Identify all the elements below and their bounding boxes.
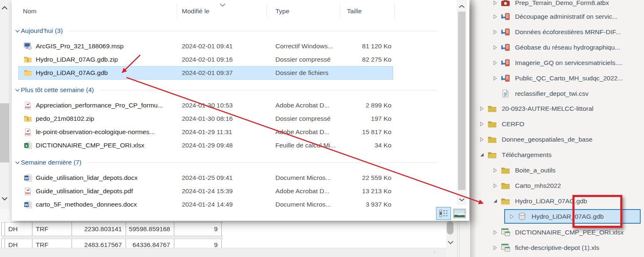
- scroll-down-icon[interactable]: [458, 196, 465, 203]
- expander-icon[interactable]: [492, 14, 498, 20]
- tree-item[interactable]: Hydro_LiDAR_07AG.gdb: [504, 209, 641, 224]
- folder-open-icon: [488, 151, 497, 159]
- expander-icon[interactable]: [492, 230, 498, 235]
- toolbox-icon: [501, 0, 510, 6]
- file-row[interactable]: Wcarto_5F_methodes_donnees.docx2024-01-2…: [18, 198, 393, 209]
- table-row[interactable]: DHTRF2483.61756764336.847679: [1, 239, 223, 248]
- file-name: pedo_21m08102.zip: [36, 115, 94, 122]
- tree-item[interactable]: Données écoforestières MRNF-DIF...: [470, 24, 644, 40]
- tree-item-label: fiche-descriptive-depot (1).xls: [515, 244, 599, 252]
- file-group-header[interactable]: Aujourd’hui (3): [15, 25, 437, 36]
- column-header-modifie[interactable]: Modifié le: [182, 7, 209, 15]
- tree-item-label: 20-0923-AUTRE-MELCC-littoral: [502, 105, 594, 112]
- tree-item[interactable]: CERFO: [470, 116, 644, 132]
- tree-item[interactable]: reclassifier_depot_twi.csv: [470, 86, 644, 101]
- tree-item[interactable]: fiche-descriptive-depot (1).xls: [470, 240, 644, 255]
- folder-cat-icon: [488, 120, 497, 128]
- file-row[interactable]: PDFle-point-observation-ecologique-norme…: [18, 125, 393, 139]
- expander-icon[interactable]: [492, 0, 498, 6]
- table-cell: 64336.84767: [126, 239, 174, 248]
- file-row[interactable]: ArcGIS_Pro_321_188069.msp2024-02-01 09:4…: [18, 40, 393, 53]
- file-size: 34 Ko: [308, 142, 391, 149]
- column-header-taille[interactable]: Taille: [347, 7, 362, 15]
- column-divider[interactable]: [340, 3, 340, 17]
- scroll-up-icon[interactable]: [1, 4, 8, 12]
- scroll-down-icon[interactable]: [1, 195, 8, 202]
- tree-item[interactable]: Boite_a_outils: [470, 162, 644, 178]
- expander-icon[interactable]: [478, 106, 485, 112]
- tree-item[interactable]: Hydro_LiDAR_07AG.gdb: [470, 193, 644, 209]
- expander-icon[interactable]: [492, 45, 498, 50]
- file-size: 3 937 Ko: [308, 201, 391, 208]
- table-cell: 9: [174, 222, 222, 236]
- tree-item[interactable]: Téléchargements: [470, 147, 644, 162]
- service-icon: [501, 13, 510, 20]
- tree-item[interactable]: 20-0923-AUTRE-MELCC-littoral: [470, 101, 644, 116]
- chevron-down-icon: [15, 29, 20, 33]
- tree-item[interactable]: Géobase du réseau hydrographiqu...: [470, 40, 644, 55]
- service-icon: [501, 75, 510, 82]
- expander-icon[interactable]: [478, 137, 485, 142]
- file-row[interactable]: WGuide_utilisation_lidar_depots.docx2024…: [18, 171, 393, 185]
- tree-item[interactable]: Public_QC_Carto_MH_sudqc_2022...: [470, 70, 644, 86]
- zip-folder-icon: [24, 115, 32, 122]
- table-row-selector: [1, 222, 5, 236]
- file-size: 15 817 Ko: [308, 128, 391, 136]
- tree-item[interactable]: Imagerie_GQ on servicesmatriciels....: [470, 55, 644, 70]
- file-group-header[interactable]: Plus tôt cette semaine (4): [15, 85, 437, 95]
- expander-icon[interactable]: [478, 152, 485, 157]
- file-row[interactable]: Hydro_LiDAR_07AG.gdb2024-02-01 09:37Doss…: [18, 66, 393, 80]
- file-type: Dossier de fichiers: [275, 69, 329, 77]
- zip-folder-icon: [24, 56, 32, 63]
- details-view-button[interactable]: [436, 207, 451, 220]
- tree-item-label: CERFO: [502, 120, 524, 128]
- table-row[interactable]: DHTRF2230.80314159598.8591689: [1, 222, 223, 236]
- column-divider[interactable]: [266, 3, 267, 17]
- pane-divider[interactable]: [457, 221, 460, 257]
- scrollbar-thumb[interactable]: [458, 12, 466, 190]
- tree-item[interactable]: DICTIONNAIRE_CMP_PEE_ORI.xlsx: [470, 225, 644, 240]
- tree-item-label: Découpage administratif on servic...: [515, 13, 617, 20]
- table-cell: DH: [5, 222, 32, 236]
- file-row[interactable]: Hydro_LiDAR_07AG.gdb.zip2024-02-01 09:16…: [18, 53, 393, 66]
- background-vertical-scrollbar[interactable]: [0, 0, 10, 209]
- svg-text:W: W: [25, 176, 28, 180]
- file-row[interactable]: PDFGuide_utilisation_lidar_depots.pdf202…: [18, 185, 393, 198]
- file-row[interactable]: XDICTIONNAIRE_CMP_PEE_ORI.xlsx2024-01-29…: [18, 139, 393, 152]
- expander-icon[interactable]: [492, 29, 498, 35]
- file-date: 2024-02-01 09:37: [182, 69, 233, 77]
- file-row[interactable]: pedo_21m08102.zip2024-01-30 08:16Dossier…: [18, 112, 393, 125]
- file-date: 2024-01-25 09:41: [182, 174, 233, 182]
- expander-icon[interactable]: [492, 198, 498, 204]
- scrollbar-thumb[interactable]: [447, 221, 453, 235]
- expander-icon[interactable]: [492, 167, 498, 173]
- expander-icon[interactable]: [508, 214, 515, 220]
- expander-icon[interactable]: [492, 60, 498, 66]
- explorer-vertical-scrollbar[interactable]: [457, 0, 467, 205]
- tree-item-label: Téléchargements: [502, 151, 552, 159]
- thumbnails-view-button[interactable]: [453, 209, 466, 218]
- scroll-up-icon[interactable]: [458, 2, 465, 10]
- table-file-icon: [501, 228, 510, 236]
- tree-item[interactable]: Carto_mhs2022: [470, 178, 644, 193]
- expander-icon[interactable]: [492, 245, 498, 251]
- column-divider[interactable]: [177, 3, 177, 17]
- file-group-header[interactable]: Semaine dernière (7): [15, 157, 437, 168]
- scrollbar-thumb[interactable]: [0, 103, 9, 162]
- table-cell: DH: [5, 239, 32, 248]
- expander-icon[interactable]: [492, 183, 498, 189]
- tree-item[interactable]: Donnee_geospatiales_de_base: [470, 132, 644, 147]
- column-header-nom[interactable]: Nom: [23, 7, 37, 15]
- file-list: Aujourd’hui (3)ArcGIS_Pro_321_188069.msp…: [12, 23, 453, 209]
- catalog-pane: Prep_Terrain_Demo_Form8.atbxDécoupage ad…: [470, 0, 644, 257]
- column-divider[interactable]: [394, 3, 395, 17]
- expander-icon[interactable]: [492, 75, 498, 81]
- column-header-type[interactable]: Type: [275, 7, 290, 15]
- tree-item[interactable]: Découpage administratif on servic...: [470, 9, 644, 24]
- scroll-down-icon[interactable]: [447, 239, 454, 246]
- scroll-right-icon[interactable]: ›: [433, 248, 436, 255]
- tree-item-label: Données écoforestières MRNF-DIF...: [515, 28, 621, 36]
- expander-icon[interactable]: [478, 121, 485, 127]
- file-row[interactable]: PDFAppreciation_performance_Pro_CP_formu…: [18, 99, 393, 112]
- table-row-gap: [1, 236, 223, 239]
